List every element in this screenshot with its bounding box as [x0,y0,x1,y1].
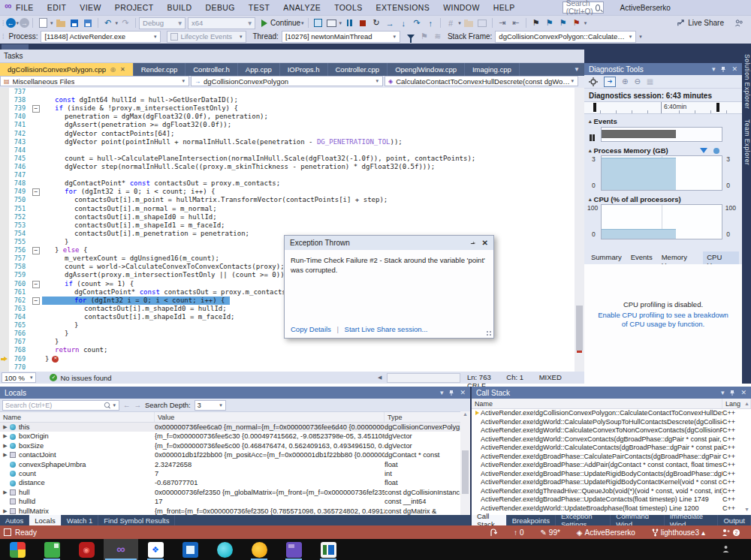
overflow-chevron-icon[interactable]: ▾ [639,34,642,40]
copy-details-link[interactable]: Copy Details [291,325,331,333]
zoom-out-icon[interactable]: ⊖ [634,77,640,86]
resize-grip[interactable] [486,330,492,336]
document-app-icon[interactable] [35,539,69,560]
feedback-icon[interactable] [734,19,743,27]
variable-row[interactable]: count7int [0,469,470,478]
repository-button[interactable]: ◈ ActiveBerserko [577,528,635,537]
tab-watch-1[interactable]: Watch 1 [62,515,99,525]
code-line[interactable]: 738const dgInt64 hullId = hull->GetUserD… [0,96,575,104]
branch-button[interactable]: lighthouse3 ▴ [652,528,705,537]
screenshot-icon[interactable] [326,17,338,29]
stack-frame-row[interactable]: ActiveRender.exe!dgThreadHive::QueueJob(… [472,487,751,496]
variable-row[interactable]: ▶boxSize{m_f=0x000000736fee5c00 {0.46847… [0,441,470,450]
menu-extensions[interactable]: EXTENSIONS [369,3,437,12]
orange-swirl-app-icon[interactable] [242,539,276,560]
code-line[interactable]: 737 [0,88,575,96]
undock-icon[interactable] [476,17,488,29]
tab-locals[interactable]: Locals [29,515,61,525]
type-dropdown[interactable]: →dgCollisionConvexPolygon▾ [191,76,383,86]
expand-icon[interactable]: ▶ [2,488,9,497]
variable-row[interactable]: hullId17const __int64 [0,497,470,506]
selection-start-marker[interactable] [593,103,596,112]
timeline-ruler[interactable]: 6:40min [584,101,742,114]
photos-app-icon[interactable] [173,539,207,560]
gem-app-icon[interactable] [0,539,35,560]
solution-platform-dropdown[interactable]: x64▾ [188,17,255,29]
fold-collapse-icon[interactable] [32,280,42,288]
document-tab[interactable]: dgCollisionConvexPolygon.cpp◎✕ [0,63,134,76]
selection-end-marker[interactable] [716,103,719,112]
code-line[interactable]: 749for (dgInt32 i = 0; i < count; i++) { [0,188,575,196]
menu-file[interactable]: FILE [9,3,41,12]
stack-frame-row[interactable]: ActiveRender.exe!dgBroadPhase::UpdateRig… [472,478,751,487]
show-next-statement-button[interactable]: → [384,17,396,29]
code-line[interactable]: 767} [0,338,575,346]
tab-team-explorer[interactable]: Team Explorer [743,119,751,165]
document-tab[interactable]: Controller.h [185,63,238,76]
menu-debug[interactable]: DEBUG [199,3,242,12]
close-panel-icon[interactable]: ✕ [731,65,737,73]
code-line[interactable]: 770 [0,363,575,372]
thread-filter-icon[interactable] [405,31,417,42]
prev-bookmark-icon[interactable]: ⚑ [544,17,556,29]
menu-analyze[interactable]: ANALYZE [276,3,327,12]
pin-icon[interactable] [720,66,726,73]
stack-frame-row[interactable]: ActiveRender.exe!dgBroadPhase::UpdateRig… [472,470,751,479]
new-folder-icon[interactable] [463,17,475,29]
stop-debugging-button[interactable] [357,17,369,29]
notifications-button[interactable]: 2 [722,528,740,536]
navigate-back-button[interactable]: ← [6,18,16,28]
scroll-up-icon[interactable]: ▲ [744,401,749,406]
breakpoint-window-icon[interactable] [312,17,324,29]
save-button[interactable] [68,17,80,29]
memory-section-header[interactable]: ▴Process Memory (GB) [584,143,742,155]
fold-collapse-icon[interactable] [32,104,42,113]
export-icon[interactable]: ➔ [604,77,616,87]
column-type[interactable]: Type [385,412,470,422]
stack-frame-row[interactable]: ActiveRender.exe!dgBroadPhase::Calculate… [472,453,751,462]
tab-call-stack[interactable]: Call Stack [472,515,507,525]
tab-exception-settings[interactable]: Exception Settings [556,515,611,525]
tray-person-icon[interactable] [722,545,730,553]
stack-frame-row[interactable]: ActiveRender.exe!dgCollisionConvexPolygo… [472,409,751,418]
cpu-chart[interactable] [601,204,722,239]
code-line[interactable]: 745count = hull->CalculatePlaneIntersect… [0,155,575,163]
code-line[interactable]: 752contactsOut[i].m_shapeId0 = hullId; [0,213,575,221]
reset-view-icon[interactable]: ▦ [647,77,653,86]
collapsed-panel-tab[interactable] [2,44,29,50]
redo-button[interactable]: ↷ [119,17,131,29]
live-share-button[interactable]: Live Share [677,19,724,27]
project-dropdown[interactable]: ▤Miscellaneous Files▾ [0,76,189,86]
tab-overflow-icon[interactable]: ▼ [569,63,584,76]
open-folder-button[interactable] [55,17,67,29]
suspend-threads-icon[interactable]: ≋ [432,31,444,42]
search-forward-icon[interactable]: → [134,401,142,409]
variable-row[interactable]: ▶hull0x000000736fef2350 {m_globalMatrix=… [0,488,470,497]
code-line[interactable]: 746dgVector step(normalInHull.Scale((pro… [0,163,575,171]
exception-popup-title[interactable]: Exception Thrown ✕ [285,236,493,250]
issues-label[interactable]: No issues found [60,374,111,382]
tab-pin-icon[interactable]: ◎ [110,66,116,73]
zoom-dropdown[interactable]: 100 %▾ [2,372,36,383]
menu-test[interactable]: TEST [242,3,276,12]
new-file-button[interactable] [37,17,49,29]
commits-icon[interactable] [490,528,497,537]
stack-frame-row[interactable]: ActiveRender.exe!dgBroadPhase::AddPair(d… [472,461,751,470]
code-line[interactable]: 768return count; [0,346,575,354]
lifecycle-events-dropdown[interactable]: Lifecycle Events▾ [167,31,246,43]
solution-configuration-dropdown[interactable]: Debug▾ [139,17,185,29]
overflow-chevron-icon[interactable]: ▾ [584,20,587,26]
tab-solution-explorer[interactable]: Solution Explorer [743,54,751,109]
scroll-down-icon[interactable]: ▼ [744,507,749,512]
expand-icon[interactable]: ▶ [2,450,9,459]
code-line[interactable]: 740penetration = dgMax(dgFloat32(0.0f), … [0,113,575,121]
stack-frame-row[interactable]: ActiveRender.exe!dgWorld::ConvexContacts… [472,435,751,444]
window-menu-icon[interactable]: ▾ [440,389,444,396]
unpin-icon[interactable] [469,240,476,246]
locals-scrollbar[interactable]: ▲▼ [460,411,470,526]
clear-bookmarks-icon[interactable]: ⚑ [571,17,583,29]
code-line[interactable]: 751contactsOut[i].m_normal = m_normal; [0,205,575,213]
cpu-section-header[interactable]: ▴CPU (% of all processors) [584,192,742,204]
variable-row[interactable]: ▶this0x000000736fee6ca0 {m_normal={m_f=0… [0,423,470,432]
step-over-button[interactable]: ↷ [411,17,423,29]
